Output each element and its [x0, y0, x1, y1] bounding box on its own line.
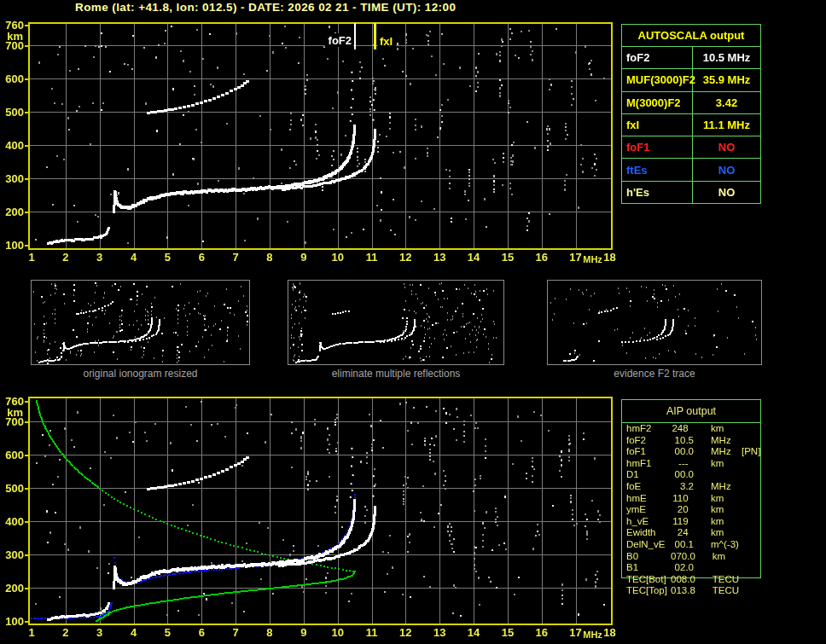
- autoscala-output-table: AUTOSCALA output foF2 10.5 MHz MUF(3000)…: [621, 24, 761, 204]
- parameter-label: B0: [622, 551, 671, 563]
- table-row-TEC-Top: TEC[Top]013.8TECU: [622, 585, 760, 597]
- parameter-value: NO: [693, 141, 760, 154]
- parameter-unit: km: [711, 493, 738, 505]
- table-row-B1: B102.0: [622, 562, 760, 574]
- table-row-M3000F2: M(3000)F2 3.42: [622, 91, 760, 113]
- table-row-MUF3000F2: MUF(3000)F2 35.9 MHz: [622, 68, 760, 90]
- aip-ionogram-plot: [0, 388, 623, 644]
- parameter-value: 02.0: [671, 562, 694, 574]
- parameter-value: 00.0: [671, 446, 694, 458]
- parameter-value: 3.42: [693, 96, 760, 109]
- table-row-ymE: ymE20 km: [622, 504, 760, 516]
- parameter-unit: [711, 562, 738, 574]
- table-row-h_vE: h_vE119 km: [622, 516, 760, 528]
- table-row-hmF2: hmF2248 km: [622, 423, 760, 435]
- autoscala-ionogram-plot: [0, 12, 623, 270]
- parameter-unit: km: [711, 527, 738, 539]
- parameter-label: D1: [622, 469, 671, 481]
- parameter-value: 35.9 MHz: [693, 73, 760, 86]
- parameter-unit: km: [713, 551, 740, 563]
- table-row-ftEs: ftEs NO: [622, 158, 760, 180]
- parameter-value: 00.1: [671, 539, 694, 551]
- parameter-unit: TECU: [713, 574, 740, 586]
- parameter-label: hmE: [622, 493, 671, 505]
- parameter-label: Ewidth: [622, 527, 671, 539]
- parameter-value: 20: [671, 504, 694, 516]
- parameter-label: MUF(3000)F2: [622, 69, 693, 90]
- autoscala-ionogram-viewer: Rome (lat: +41.8, lon: 012.5) - DATE: 20…: [0, 0, 826, 644]
- thumbnail-evidence-f2-trace: [547, 280, 762, 365]
- parameter-label: h'Es: [622, 182, 693, 203]
- thumbnail-eliminate-reflections: [288, 280, 504, 365]
- table-row-fxI: fxI 11.1 MHz: [622, 113, 760, 136]
- parameter-value: NO: [693, 164, 760, 177]
- parameter-unit: MHz: [711, 446, 738, 458]
- parameter-unit: m^(-3): [711, 539, 739, 551]
- parameter-unit: MHz: [711, 481, 738, 493]
- parameter-value: 070.0: [671, 551, 695, 563]
- thumbnail-caption-original: original ionogram resized: [31, 368, 250, 380]
- table-row-TEC-Bot: TEC[Bot]008.0TECU: [622, 574, 760, 586]
- table-row-B0: B0070.0km: [622, 551, 760, 563]
- parameter-value: 24: [671, 527, 694, 539]
- table-row-foF1: foF100.0MHz[PN]: [622, 446, 760, 458]
- parameter-label: DelN_vE: [622, 539, 671, 551]
- parameter-label: B1: [622, 562, 671, 574]
- parameter-label: hmF1: [622, 458, 671, 470]
- parameter-label: fxI: [622, 114, 693, 136]
- parameter-label: TEC[Bot]: [622, 574, 671, 586]
- parameter-value: 10.5: [671, 435, 694, 447]
- parameter-value: 008.0: [671, 574, 695, 586]
- parameter-label: ymE: [622, 504, 671, 516]
- parameter-value: 00.0: [671, 469, 694, 481]
- parameter-label: M(3000)F2: [622, 92, 693, 113]
- table-row-hmE: hmE110 km: [622, 493, 760, 505]
- table-row-hmF1: hmF1--- km: [622, 458, 760, 470]
- parameter-label: foF1: [622, 136, 693, 158]
- parameter-unit: km: [711, 423, 738, 435]
- parameter-label: h_vE: [622, 516, 671, 528]
- autoscala-table-header: AUTOSCALA output: [622, 25, 760, 47]
- table-row-foF2: foF210.5MHz: [622, 435, 760, 447]
- table-row-foE: foE3.2MHz: [622, 481, 760, 493]
- parameter-value: NO: [693, 186, 760, 199]
- parameter-value: 013.8: [671, 585, 695, 597]
- aip-output-table: AIP output hmF2248 km foF210.5MHz foF100…: [621, 399, 761, 578]
- parameter-value: 110: [671, 493, 694, 505]
- pn-flag: [PN]: [742, 446, 760, 458]
- parameter-unit: TECU: [713, 585, 740, 597]
- table-row-hEs: h'Es NO: [622, 181, 760, 203]
- parameter-value: 119: [671, 516, 694, 528]
- parameter-value: 10.5 MHz: [693, 51, 760, 64]
- parameter-value: 248: [671, 423, 694, 435]
- parameter-value: ---: [671, 458, 694, 470]
- thumbnail-caption-f2-trace: evidence F2 trace: [547, 368, 762, 380]
- aip-table-header: AIP output: [622, 400, 760, 423]
- table-row-DelN_vE: DelN_vE00.1m^(-3): [622, 539, 760, 551]
- thumbnail-caption-reflections: eliminate multiple reflections: [288, 368, 504, 380]
- table-row-foF2: foF2 10.5 MHz: [622, 47, 760, 68]
- parameter-label: foF2: [622, 435, 671, 447]
- parameter-label: foE: [622, 481, 671, 493]
- table-row-foF1: foF1 NO: [622, 136, 760, 158]
- thumbnail-original-ionogram: [31, 280, 250, 365]
- table-row-Ewidth: Ewidth24 km: [622, 527, 760, 539]
- parameter-label: ftEs: [622, 159, 693, 180]
- parameter-unit: km: [711, 504, 738, 516]
- parameter-unit: km: [711, 516, 738, 528]
- parameter-value: 11.1 MHz: [693, 119, 760, 131]
- parameter-unit: MHz: [711, 435, 738, 447]
- table-row-D1: D100.0: [622, 469, 760, 481]
- parameter-label: foF1: [622, 446, 671, 458]
- parameter-label: TEC[Top]: [622, 585, 671, 597]
- parameter-unit: km: [711, 458, 738, 470]
- parameter-label: hmF2: [622, 423, 671, 435]
- parameter-value: 3.2: [671, 481, 694, 493]
- parameter-unit: [711, 469, 738, 481]
- parameter-label: foF2: [622, 47, 693, 68]
